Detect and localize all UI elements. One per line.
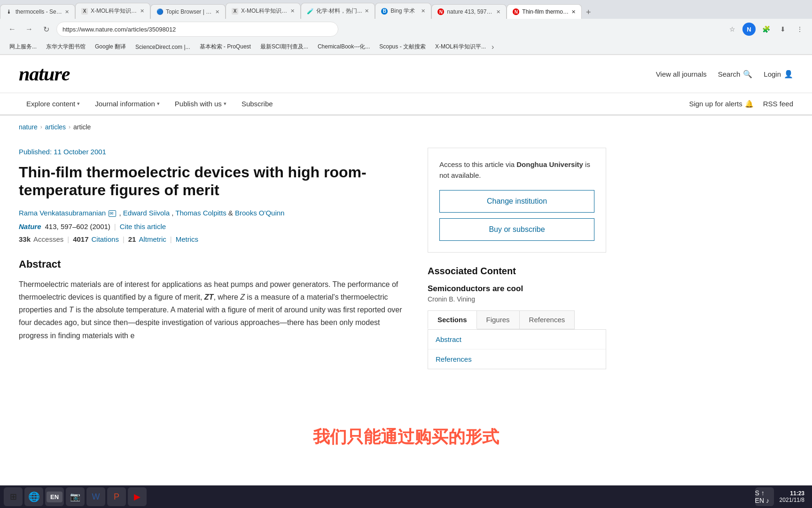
- abstract-t: T: [69, 306, 74, 314]
- tab-bing[interactable]: B Bing 学术 ✕: [375, 3, 431, 19]
- journal-volume: 413, 597–602 (2001): [45, 222, 110, 230]
- search-icon: 🔍: [743, 70, 752, 79]
- nav-publish[interactable]: Publish with us ▾: [167, 93, 234, 114]
- tab-title-3: Topic Browser | ET: [166, 8, 212, 15]
- bookmark-sciencedirect[interactable]: ScienceDirect.com |...: [132, 42, 194, 52]
- nav-subscribe[interactable]: Subscribe: [234, 93, 281, 114]
- metrics-label[interactable]: Metrics: [176, 235, 198, 243]
- accesses-label: Accesses: [33, 235, 63, 243]
- browser-chrome: 🌡 thermocells - Sea... ✕ X X-MOL科学知识平...…: [0, 0, 812, 55]
- menu-button[interactable]: ⋮: [793, 23, 806, 36]
- author-rama[interactable]: Rama Venkatasubramanian: [19, 209, 106, 217]
- change-institution-button[interactable]: Change institution: [439, 190, 594, 213]
- view-all-journals-link[interactable]: View all journals: [656, 70, 707, 78]
- login-label: Login: [764, 70, 781, 78]
- tab-favicon-8: N: [513, 8, 519, 15]
- bookmark-button[interactable]: ☆: [726, 23, 739, 36]
- tab-nature-old[interactable]: N nature 413, 597–6... ✕: [431, 4, 507, 19]
- bookmark-sci[interactable]: 最新SCI期刊查及...: [257, 41, 312, 52]
- nav-publish-chevron: ▾: [224, 101, 226, 107]
- author-edward[interactable]: Edward Siivola: [123, 209, 170, 217]
- sections-item-references[interactable]: References: [428, 349, 606, 369]
- tab-references[interactable]: References: [519, 310, 575, 329]
- access-box: Access to this article via Donghua Unive…: [428, 148, 606, 253]
- tab-close-8[interactable]: ✕: [571, 9, 576, 15]
- bookmark-label-8: Scopus - 文献搜索: [379, 43, 426, 51]
- address-bar: ← → ↻ ☆ N 🧩 ⬇ ⋮: [0, 19, 812, 40]
- journal-name[interactable]: Nature: [19, 222, 41, 230]
- main-content: Published: 11 October 2001 Thin-film the…: [0, 138, 812, 388]
- nav-journal-label: Journal information: [95, 100, 155, 108]
- buy-subscribe-button[interactable]: Buy or subscribe: [439, 218, 594, 241]
- reload-button[interactable]: ↻: [39, 23, 53, 36]
- bookmark-web-services[interactable]: 网上服务...: [6, 41, 40, 52]
- nav-explore-content[interactable]: Explore content ▾: [19, 93, 87, 114]
- tab-title-2: X-MOL科学知识平...: [91, 7, 137, 15]
- citations-label[interactable]: Citations: [92, 235, 119, 243]
- bookmark-chemicalbook[interactable]: ChemicalBook---化...: [314, 41, 374, 52]
- tab-close-3[interactable]: ✕: [215, 9, 219, 15]
- journal-info: Nature 413, 597–602 (2001) | Cite this a…: [19, 222, 409, 230]
- bookmark-google-translate[interactable]: Google 翻译: [91, 41, 130, 52]
- abstract-z: Z: [240, 293, 245, 301]
- tab-title-4: X-MOL科学知识平...: [241, 7, 288, 15]
- author-brooks[interactable]: Brooks O'Quinn: [235, 209, 284, 217]
- sections-list: Abstract References: [428, 330, 606, 369]
- tab-chemistry[interactable]: 🧪 化学·材料，热门... ✕: [301, 3, 375, 19]
- bookmark-donghua[interactable]: 东华大学图书馆: [42, 41, 89, 52]
- tab-favicon-4: X: [232, 8, 238, 15]
- profile-button[interactable]: N: [742, 23, 756, 36]
- altmetric-label[interactable]: Altmetric: [139, 235, 166, 243]
- tab-xmol1[interactable]: X X-MOL科学知识平... ✕: [75, 3, 150, 19]
- bookmark-label-2: 东华大学图书馆: [46, 43, 86, 51]
- tab-bar: 🌡 thermocells - Sea... ✕ X X-MOL科学知识平...…: [0, 0, 812, 19]
- tab-topic-browser[interactable]: 🔵 Topic Browser | ET ✕: [150, 4, 226, 19]
- tab-close-6[interactable]: ✕: [421, 8, 425, 14]
- bookmarks-more[interactable]: ›: [492, 43, 494, 51]
- nav-rss[interactable]: RSS feed: [763, 100, 793, 108]
- bookmark-xmol[interactable]: X-MOL科学知识平...: [431, 41, 490, 52]
- login-link[interactable]: Login 👤: [764, 70, 793, 79]
- bookmark-proquest[interactable]: 基本检索 - ProQuest: [196, 41, 255, 52]
- view-all-journals-label: View all journals: [656, 70, 707, 78]
- tab-close-7[interactable]: ✕: [496, 9, 500, 15]
- assoc-item-author: Cronin B. Vining: [428, 295, 606, 303]
- tab-close-4[interactable]: ✕: [290, 8, 295, 14]
- tab-xmol2[interactable]: X X-MOL科学知识平... ✕: [226, 3, 301, 19]
- tab-thin-film[interactable]: N Thin-film thermoe... ✕: [507, 4, 582, 19]
- breadcrumb-nature[interactable]: nature: [19, 123, 38, 131]
- tab-figures[interactable]: Figures: [476, 310, 520, 329]
- breadcrumb-articles[interactable]: articles: [45, 123, 66, 131]
- tab-sections[interactable]: Sections: [428, 310, 477, 329]
- bookmark-label-4: ScienceDirect.com |...: [135, 44, 190, 50]
- forward-button[interactable]: →: [23, 23, 36, 36]
- authors-list: Rama Venkatasubramanian , Edward Siivola…: [19, 209, 409, 217]
- abstract-text-2: , where: [213, 293, 240, 301]
- nature-logo[interactable]: nature: [19, 63, 70, 85]
- accesses-val: 33k: [19, 235, 31, 243]
- new-tab-button[interactable]: +: [582, 6, 595, 19]
- address-input[interactable]: [56, 22, 338, 37]
- institution-name: Donghua University: [516, 160, 583, 168]
- tab-close-1[interactable]: ✕: [65, 9, 69, 15]
- abstract-heading: Abstract: [19, 258, 409, 270]
- back-button[interactable]: ←: [6, 23, 19, 36]
- access-text: Access to this article via Donghua Unive…: [439, 159, 594, 181]
- author-thomas[interactable]: Thomas Colpitts: [175, 209, 226, 217]
- sections-item-abstract[interactable]: Abstract: [428, 330, 606, 349]
- tab-close-2[interactable]: ✕: [140, 8, 144, 14]
- tab-close-5[interactable]: ✕: [365, 8, 369, 14]
- abstract-text-4: is the absolute temperature. A material …: [19, 306, 402, 339]
- tab-thermocells[interactable]: 🌡 thermocells - Sea... ✕: [0, 4, 75, 19]
- nav-journal-info[interactable]: Journal information ▾: [87, 93, 167, 114]
- extensions-button[interactable]: 🧩: [759, 23, 773, 36]
- tab-title-5: 化学·材料，热门...: [316, 7, 362, 15]
- nav-alerts[interactable]: Sign up for alerts 🔔: [689, 100, 753, 108]
- breadcrumb-sep-2: ›: [69, 124, 70, 130]
- nav-explore-label: Explore content: [26, 100, 75, 108]
- cite-link[interactable]: Cite this article: [120, 222, 166, 230]
- bookmark-scopus[interactable]: Scopus - 文献搜索: [375, 41, 429, 52]
- search-link[interactable]: Search 🔍: [718, 70, 753, 79]
- nav-right: Sign up for alerts 🔔 RSS feed: [689, 100, 793, 108]
- download-button[interactable]: ⬇: [776, 23, 789, 36]
